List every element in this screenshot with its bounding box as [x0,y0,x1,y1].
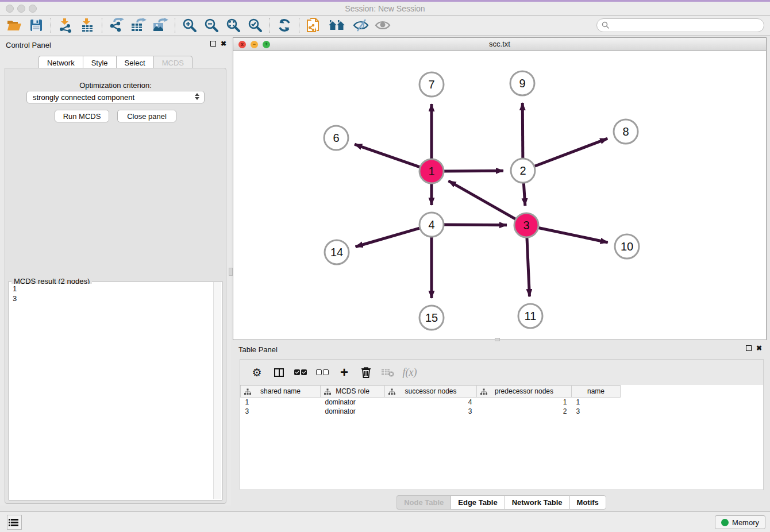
delete-column-icon[interactable] [357,364,375,381]
zoom-in-icon[interactable] [180,17,199,34]
network-graph-canvas[interactable]: 7968124314101511 [233,51,766,340]
criterion-dropdown[interactable]: strongly connected component [26,91,205,103]
close-panel-icon[interactable]: ✖ [756,345,762,351]
column-tree-icon [324,388,331,395]
toolbar-separator [102,18,102,33]
table-cell[interactable]: 2 [477,407,572,416]
status-bar: Memory [0,511,770,532]
column-header-successor-nodes[interactable]: successor nodes [385,385,477,398]
hide-selected-icon[interactable] [351,17,371,34]
zoom-out-icon[interactable] [202,17,221,34]
table-cell[interactable]: 3 [572,407,621,416]
import-table-icon[interactable] [78,17,97,34]
select-all-columns-icon[interactable] [292,364,309,381]
column-header-predecessor-nodes[interactable]: predecessor nodes [477,385,572,398]
unselect-all-columns-icon[interactable] [314,364,331,381]
dropdown-stepper-icon [195,93,199,100]
column-tree-icon [244,388,251,395]
node-table: shared name MCDS role successor nodes pr… [240,385,763,416]
table-cell[interactable]: 3 [241,407,321,416]
mcds-result-text[interactable]: 13 [10,284,213,499]
search-field[interactable] [596,18,764,32]
table-cell[interactable]: 1 [572,398,621,407]
table-panel-title: Table Panel [238,345,278,354]
mcds-result-line: 1 [13,284,213,294]
refresh-icon[interactable] [275,17,294,34]
tab-network-table[interactable]: Network Table [505,495,569,510]
graph-edge-1-2[interactable] [442,171,503,171]
show-column-pane-icon[interactable] [270,364,287,381]
graph-edge-4-14[interactable] [356,228,421,246]
application-window: Session: New Session [0,0,770,532]
export-network-icon[interactable] [107,17,126,34]
list-icon [11,519,18,526]
table-cell[interactable]: 3 [385,407,477,416]
function-builder-icon: f(x) [401,364,418,381]
import-network-icon[interactable] [56,17,75,34]
table-cell-filler [621,398,764,407]
table-cell[interactable]: 4 [385,398,477,407]
mcds-result-scrollbar[interactable] [213,282,221,499]
graph-node-label: 9 [519,77,525,90]
graph-node-label: 10 [621,240,633,253]
splitter-handle-vertical[interactable] [229,268,233,276]
mcds-tab-content: Optimization criterion: strongly connect… [5,68,226,504]
close-panel-icon[interactable]: ✖ [221,41,226,47]
graph-edge-2-8[interactable] [533,138,607,167]
graph-edge-1-6[interactable] [355,144,421,168]
toolbar-separator [175,18,175,33]
run-mcds-button[interactable]: Run MCDS [55,110,109,122]
export-table-icon[interactable] [129,17,148,34]
graph-node-label: 4 [428,218,434,231]
main-toolbar [0,16,770,36]
memory-button[interactable]: Memory [715,515,765,529]
graph-edge-3-11[interactable] [527,236,530,296]
control-panel: Control Panel ✖ Network Style Select MCD… [0,37,231,506]
table-row[interactable]: 3dominator323 [241,407,764,416]
network-view-window: x − + scc.txt 7968124314101511 [233,37,767,340]
graph-edge-2-3[interactable] [523,182,525,206]
network-window-titlebar[interactable]: x − + scc.txt [233,38,766,51]
graph-edge-3-1[interactable] [449,181,517,220]
column-header-mcds-role[interactable]: MCDS role [321,385,385,398]
clone-network-icon[interactable] [304,17,324,34]
criterion-value: strongly connected component [33,93,134,102]
table-cell[interactable]: 1 [477,398,572,407]
table-cell[interactable]: 1 [241,398,321,407]
close-panel-button[interactable]: Close panel [117,110,176,122]
column-header-shared-name[interactable]: shared name [241,385,321,398]
memory-label: Memory [732,518,759,527]
optimization-criterion-label: Optimization criterion: [5,81,226,90]
float-panel-icon[interactable] [746,345,752,351]
delete-table-icon[interactable] [379,364,396,381]
tab-motifs[interactable]: Motifs [569,495,606,510]
first-neighbors-icon[interactable] [326,17,349,34]
tab-node-table[interactable]: Node Table [396,495,451,510]
column-header-name[interactable]: name [572,385,621,398]
task-history-button[interactable] [7,515,22,530]
export-image-icon[interactable] [151,17,170,34]
table-settings-gear-icon[interactable]: ⚙ [248,364,265,381]
toolbar-separator [51,18,51,33]
graph-edge-4-3[interactable] [442,225,507,225]
search-input[interactable] [612,21,764,30]
show-all-icon[interactable] [373,17,392,34]
tab-edge-table[interactable]: Edge Table [451,495,504,510]
zoom-selected-icon[interactable] [245,17,265,34]
table-cell[interactable]: dominator [321,407,385,416]
graph-edge-3-10[interactable] [537,228,608,242]
graph-node-label: 8 [622,125,629,138]
graph-node-label: 7 [428,78,434,91]
splitter-handle-horizontal[interactable] [495,338,500,341]
table-cell[interactable]: dominator [321,398,385,407]
save-session-icon[interactable] [26,17,46,34]
float-panel-icon[interactable] [210,41,216,47]
table-cell-filler [621,407,764,416]
table-toolbar: ⚙ + f(x) [240,360,763,385]
zoom-fit-icon[interactable] [224,17,243,34]
toolbar-separator [299,18,299,33]
open-session-icon[interactable] [5,17,24,34]
table-row[interactable]: 1dominator411 [241,398,764,407]
add-column-icon[interactable]: + [336,364,353,381]
graph-edge-2-9[interactable] [522,103,523,160]
